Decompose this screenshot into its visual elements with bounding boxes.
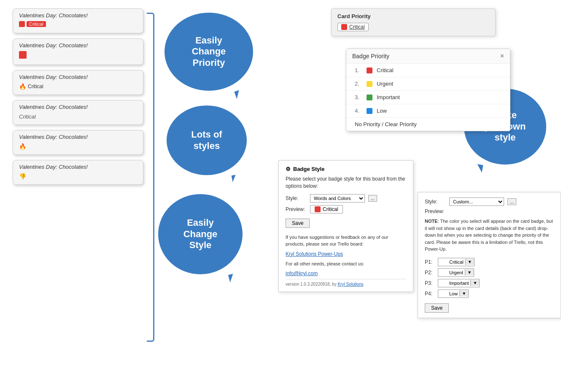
badge-text-4: Critical (19, 114, 36, 120)
badge-color-2 (19, 51, 27, 59)
item-num-1: 1. (355, 67, 362, 73)
p2-dropdown-arrow[interactable]: ▼ (465, 269, 474, 276)
urgent-badge-box (367, 81, 372, 87)
dialog-header: Badge Priority × (346, 49, 510, 64)
item-num-4: 4. (355, 108, 362, 114)
badge-style-panel: ⚙ Badge Style Please select your badge s… (278, 160, 413, 292)
important-item-label: Important (377, 94, 400, 100)
p1-color-dot (440, 259, 446, 265)
style-label: Style: (286, 195, 307, 201)
p1-dropdown-arrow[interactable]: ▼ (465, 259, 474, 265)
card-1: Valentines Day: Chocolates! Critical (13, 8, 143, 33)
custom-style-row: Style: Custom... Words and Colors Icons … (425, 197, 554, 206)
p4-dropdown-arrow[interactable]: ▼ (459, 290, 468, 297)
p4-color-dot (440, 291, 446, 297)
p3-dropdown-arrow[interactable]: ▼ (470, 280, 479, 286)
badge-label-1: Critical (27, 21, 46, 27)
p1-color-name: Critical (448, 259, 465, 265)
custom-style-select[interactable]: Custom... Words and Colors Icons Only (449, 197, 504, 206)
custom-preview-label: Preview: (425, 208, 446, 214)
dialog-title: Badge Priority (352, 53, 389, 59)
thumb-icon-6: 👎 (19, 173, 26, 180)
no-priority-item[interactable]: No Priority / Clear Priority (346, 118, 510, 131)
priority-item-low[interactable]: 4. Low (346, 104, 510, 118)
critical-priority-button[interactable]: Critical (337, 23, 369, 31)
gear-icon: ⚙ (286, 166, 291, 172)
preview-badge: Critical (310, 205, 343, 214)
save-button[interactable]: Save (286, 219, 310, 228)
style-row: Style: Words and Colors Custom... Icons … (286, 194, 406, 203)
priority-row-p3: P3: Important ▼ (425, 279, 554, 287)
bubble-styles-text: Lots of styles (191, 129, 222, 151)
badge-text-3: Critical (28, 84, 43, 89)
feedback-text-1: If you have suggestions or feedback on a… (286, 234, 406, 248)
card-priority-panel: Card Priority Critical (331, 8, 496, 36)
p1-color-select[interactable]: Critical ▼ (438, 258, 475, 266)
p2-color-dot (440, 270, 446, 276)
custom-save-button[interactable]: Save (425, 303, 449, 313)
badge-priority-dialog: Badge Priority × 1. Critical 2. Urgent 3… (346, 49, 510, 131)
badge-color-1 (19, 21, 25, 27)
card-2: Valentines Day: Chocolates! (13, 38, 143, 65)
bubble-change-style-text: Easily Change Style (183, 217, 218, 251)
card-badge-5: 🔥 (19, 143, 26, 150)
card-badge-1: Critical (19, 21, 46, 27)
low-item-label: Low (377, 108, 387, 114)
custom-dots-button[interactable]: ... (507, 198, 516, 205)
card-4: Valentines Day: Chocolates! Critical (13, 100, 143, 125)
priority-row-p4: P4: Low ▼ (425, 289, 554, 298)
badge-style-header: ⚙ Badge Style (286, 166, 406, 172)
power-ups-link[interactable]: Kryl Solutions Power-Ups (286, 251, 343, 257)
p3-color-name: Important (448, 280, 470, 287)
p4-color-name: Low (448, 290, 459, 297)
card-badge-4: Critical (19, 114, 36, 120)
flame-icon-5: 🔥 (19, 143, 26, 150)
card-title-1: Valentines Day: Chocolates! (19, 12, 137, 19)
priority-row-p2: P2: Urgent ▼ (425, 268, 554, 277)
card-priority-title: Card Priority (337, 13, 489, 19)
preview-text: Critical (323, 206, 338, 212)
p4-color-select[interactable]: Low ▼ (438, 289, 469, 298)
kryl-solutions-link[interactable]: Kryl Solutions (337, 282, 363, 287)
custom-note: NOTE: The color you select will appear o… (425, 218, 554, 253)
card-3: Valentines Day: Chocolates! 🔥 Critical (13, 70, 143, 95)
critical-item-label: Critical (377, 67, 394, 73)
card-title-3: Valentines Day: Chocolates! (19, 74, 137, 80)
p3-color-select[interactable]: Important ▼ (438, 279, 480, 287)
dialog-close-button[interactable]: × (500, 52, 504, 60)
card-title-4: Valentines Day: Chocolates! (19, 104, 137, 110)
important-badge-box (367, 95, 372, 100)
urgent-item-label: Urgent (377, 81, 393, 87)
priority-item-critical[interactable]: 1. Critical (346, 64, 510, 77)
card-title-5: Valentines Day: Chocolates! (19, 134, 137, 140)
flame-icon-3: 🔥 (19, 83, 26, 90)
priority-row-p1: P1: Critical ▼ (425, 258, 554, 266)
p2-color-select[interactable]: Urgent ▼ (438, 268, 474, 277)
p2-color-name: Urgent (448, 269, 465, 276)
style-select[interactable]: Words and Colors Custom... Icons Only Te… (310, 194, 365, 203)
critical-badge-box (367, 68, 372, 73)
item-num-3: 3. (355, 94, 362, 100)
card-badge-3: 🔥 Critical (19, 83, 43, 90)
card-badge-6: 👎 (19, 173, 26, 180)
p1-label: P1: (425, 259, 435, 265)
preview-color-dot (315, 206, 321, 212)
card-6: Valentines Day: Chocolates! 👎 (13, 160, 143, 185)
p3-color-dot (440, 280, 446, 286)
custom-style-panel: Style: Custom... Words and Colors Icons … (418, 192, 561, 318)
no-priority-label: No Priority / Clear Priority (355, 121, 417, 127)
contact-link[interactable]: info@kryl.com (286, 270, 318, 276)
custom-preview-row: Preview: (425, 208, 554, 214)
priority-item-important[interactable]: 3. Important (346, 91, 510, 104)
custom-style-label: Style: (425, 199, 446, 205)
bubble-change-priority: Easily Change Priority (165, 13, 253, 91)
card-5: Valentines Day: Chocolates! 🔥 (13, 130, 143, 155)
bubble-lots-of-styles: Lots of styles (167, 105, 247, 175)
p3-label: P3: (425, 280, 435, 286)
style-dots-button[interactable]: ... (368, 195, 377, 202)
priority-item-urgent[interactable]: 2. Urgent (346, 77, 510, 91)
p2-label: P2: (425, 270, 435, 276)
preview-label: Preview: (286, 206, 307, 212)
bracket-line (147, 13, 154, 342)
badge-style-description: Please select your badge style for this … (286, 176, 406, 190)
